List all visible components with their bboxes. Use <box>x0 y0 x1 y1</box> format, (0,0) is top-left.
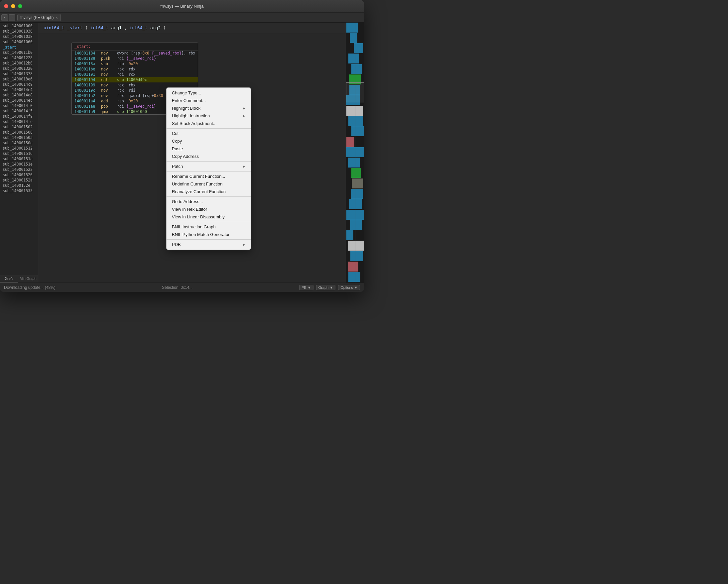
context-menu-item[interactable]: Rename Current Function... <box>166 172 251 180</box>
context-menu-item[interactable]: Patch▶ <box>166 162 251 170</box>
context-menu-item[interactable]: View in Hex Editor <box>166 206 251 213</box>
main-tab[interactable]: fhv.sys (PE Graph) × <box>17 14 61 21</box>
context-menu-item-label: View in Hex Editor <box>172 207 207 212</box>
context-menu-item[interactable]: Cut <box>166 130 251 137</box>
context-menu-separator <box>166 222 251 222</box>
context-menu-item[interactable]: BNIL Instruction Graph <box>166 223 251 231</box>
sidebar-item[interactable]: sub_140001512 <box>0 145 38 151</box>
options-button[interactable]: Options ▼ <box>338 285 360 290</box>
sidebar-item[interactable]: _start <box>0 45 38 50</box>
context-menu-item[interactable]: Undefine Current Function <box>166 180 251 188</box>
sidebar-item[interactable]: sub_140001320 <box>0 66 38 71</box>
asm-operand: sub_140001060 <box>117 109 147 114</box>
sidebar-item[interactable]: sub_1400152e <box>0 183 38 188</box>
close-button[interactable] <box>4 4 8 8</box>
asm-row[interactable]: 14000118asubrsp, 0x20 <box>72 61 198 67</box>
sidebar-item[interactable]: sub_140001038 <box>0 34 38 39</box>
asm-operand: sub_14000d49c <box>117 77 147 82</box>
sidebar-list: sub_140001000sub_140001030sub_140001038s… <box>0 23 38 275</box>
tab-close-button[interactable]: × <box>55 16 57 20</box>
asm-operand: rbx, qword [rsp+0x30 <box>117 94 163 98</box>
sidebar-tab-xrefs[interactable]: Xrefs <box>0 275 18 283</box>
context-menu-item[interactable]: Enter Comment... <box>166 97 251 104</box>
sidebar-item[interactable]: sub_1400014ec <box>0 98 38 103</box>
sidebar-item[interactable]: sub_1400014f0 <box>0 103 38 108</box>
sidebar-item[interactable]: sub_1400012b0 <box>0 60 38 66</box>
traffic-lights <box>4 4 22 8</box>
sidebar-item[interactable]: sub_14000150e <box>0 140 38 145</box>
context-menu-item[interactable]: Highlight Instruction▶ <box>166 112 251 120</box>
asm-row[interactable]: 1400011bemovrbx, rdx <box>72 67 198 72</box>
maximize-button[interactable] <box>18 4 22 8</box>
sidebar-item[interactable]: sub_1400013e6 <box>0 76 38 82</box>
sidebar-item[interactable]: sub_140001522 <box>0 167 38 172</box>
sidebar-item[interactable]: sub_14000151e <box>0 162 38 167</box>
context-menu-item[interactable]: Reanalyze Current Function <box>166 188 251 195</box>
asm-mnemonic: push <box>101 56 114 61</box>
asm-row[interactable]: 140001194callsub_14000d49c <box>72 77 198 82</box>
sidebar-item[interactable]: sub_140001502 <box>0 124 38 130</box>
asm-row[interactable]: 140001199movrdx, rbx <box>72 82 198 88</box>
asm-mnemonic: mov <box>101 51 114 55</box>
sidebar-item[interactable]: sub_140001060 <box>0 39 38 45</box>
param1-type: int64_t <box>90 25 109 30</box>
back-button[interactable]: ‹ <box>1 14 8 21</box>
asm-row[interactable]: 140001189pushrdi {__saved_rdi} <box>72 56 198 61</box>
sidebar-item[interactable]: sub_140001378 <box>0 71 38 76</box>
forward-button[interactable]: › <box>9 14 15 21</box>
sidebar-item[interactable]: sub_1400014f9 <box>0 114 38 119</box>
context-menu-item[interactable]: PDB▶ <box>166 241 251 248</box>
minimap-bar <box>350 33 357 43</box>
graph-button[interactable]: Graph ▼ <box>316 285 336 290</box>
sidebar-item[interactable]: sub_14000152a <box>0 178 38 183</box>
sidebar-item[interactable]: sub_1400014e8 <box>0 92 38 98</box>
sidebar-item[interactable]: sub_140001516 <box>0 151 38 156</box>
asm-operand: qword [rsp+0x8 {__saved_rbx}], rbx <box>117 51 195 55</box>
minimap-bar <box>351 189 363 199</box>
sidebar-item[interactable]: sub_14000150a <box>0 135 38 140</box>
context-menu-item[interactable]: Paste <box>166 145 251 153</box>
asm-mnemonic: mov <box>101 83 114 87</box>
context-menu-item-label: Change Type... <box>172 90 201 96</box>
sidebar-item[interactable]: sub_140001000 <box>0 23 38 29</box>
context-menu-item[interactable]: View in Linear Disassembly <box>166 213 251 221</box>
context-menu-item-label: BNIL Instruction Graph <box>172 224 216 229</box>
window-title: fhv.sys — Binary Ninja <box>161 4 204 9</box>
tabbar: ‹ › fhv.sys (PE Graph) × <box>0 12 364 23</box>
context-menu-item[interactable]: Change Type... <box>166 89 251 97</box>
context-menu-item[interactable]: BNIL Python Match Generator <box>166 231 251 238</box>
sidebar-item[interactable]: sub_140001508 <box>0 130 38 135</box>
pe-button[interactable]: PE ▼ <box>299 285 313 290</box>
submenu-arrow-icon: ▶ <box>243 114 245 118</box>
asm-row[interactable]: 140001191movrdi, rcx <box>72 72 198 77</box>
titlebar: fhv.sys — Binary Ninja <box>0 0 364 12</box>
context-menu-item-label: Patch <box>172 164 183 169</box>
context-menu-item[interactable]: Set Stack Adjustment... <box>166 120 251 127</box>
asm-operand: rsp, 0x20 <box>117 61 138 66</box>
minimap-bar <box>348 272 360 282</box>
sidebar-item[interactable]: sub_1400014e4 <box>0 87 38 92</box>
sidebar-item[interactable]: sub_1400014fe <box>0 119 38 124</box>
minimize-button[interactable] <box>11 4 15 8</box>
asm-mnemonic: mov <box>101 67 114 72</box>
sidebar-item[interactable]: sub_14000151a <box>0 156 38 162</box>
asm-row[interactable]: 140001184movqword [rsp+0x8 {__saved_rbx}… <box>72 51 198 56</box>
sidebar-item[interactable]: sub_140001030 <box>0 29 38 34</box>
asm-address: 140001199 <box>75 83 98 87</box>
sidebar-item[interactable]: sub_1400014f5 <box>0 108 38 114</box>
sidebar-item[interactable]: sub_1400014c9 <box>0 82 38 87</box>
sidebar-item[interactable]: sub_1400011b0 <box>0 50 38 55</box>
sidebar-item[interactable]: sub_140001533 <box>0 188 38 193</box>
sidebar-tab-minigraph[interactable]: MiniGraph <box>18 275 38 283</box>
asm-mnemonic: add <box>101 99 114 103</box>
func-paren-open: ( <box>85 25 88 30</box>
context-menu-item[interactable]: Copy Address <box>166 153 251 160</box>
sidebar-item[interactable]: sub_140001228 <box>0 55 38 60</box>
sidebar-item[interactable]: sub_140001526 <box>0 172 38 178</box>
context-menu-item[interactable]: Copy <box>166 137 251 145</box>
submenu-arrow-icon: ▶ <box>243 106 245 110</box>
context-menu-item[interactable]: Highlight Block▶ <box>166 104 251 112</box>
context-menu-item[interactable]: Go to Address... <box>166 198 251 206</box>
status-middle: Selection: 0x14... <box>162 285 192 290</box>
function-name: _start <box>67 25 82 30</box>
